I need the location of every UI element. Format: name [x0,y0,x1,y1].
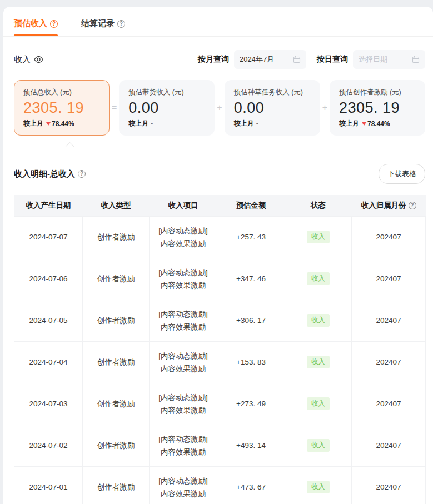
status-badge: 收入 [307,397,330,410]
cell-month: 202407 [352,466,426,504]
table-row: 2024-07-04 创作者激励 [内容动态激励] 内容效果激励 +153. 8… [14,341,426,383]
month-picker-input[interactable]: 2024年7月 [234,50,306,69]
help-icon[interactable]: ? [117,20,125,28]
cell-status: 收入 [285,216,352,258]
table-row: 2024-07-01 创作者激励 [内容动态激励] 内容效果激励 +473. 6… [14,466,426,504]
cell-amount: +493. 14 [217,425,285,466]
tab-bar: 预估收入 ? 结算记录 ? [14,7,425,36]
day-picker-input[interactable]: 选择日期 [353,50,425,69]
cell-project: [内容动态激励] 内容效果激励 [150,258,217,300]
card-total-income[interactable]: 预估总收入 (元) 2305. 19 较上月 78.44% [14,80,110,136]
col-header-type: 收入类型 [83,195,150,216]
cell-type: 创作者激励 [83,258,150,300]
help-icon[interactable]: ? [78,170,86,178]
cell-status: 收入 [285,341,352,383]
selected-card-caret [66,142,74,151]
help-icon[interactable]: ? [50,20,58,28]
card-value: 2305. 19 [23,99,100,117]
cell-project: [内容动态激励] 内容效果激励 [150,466,217,504]
down-triangle-icon [362,122,366,126]
cell-amount: +273. 49 [217,383,285,425]
income-title: 收入 [14,54,43,65]
cell-month: 202407 [352,425,426,466]
cell-date: 2024-07-06 [14,258,83,300]
cell-date: 2024-07-05 [14,300,83,341]
cards-divider [14,147,425,147]
col-header-status: 状态 [285,195,352,216]
cell-month: 202407 [352,216,426,258]
card-goods-income[interactable]: 预估带货收入 (元) 0.00 较上月 - [119,80,215,136]
tab-estimated-income-label: 预估收入 [14,18,47,29]
day-picker-placeholder: 选择日期 [359,54,387,64]
cell-type: 创作者激励 [83,425,150,466]
cell-status: 收入 [285,466,352,504]
eye-icon[interactable] [34,56,43,63]
cell-status: 收入 [285,383,352,425]
cell-status: 收入 [285,425,352,466]
tab-settlement-records[interactable]: 结算记录 ? [81,18,125,36]
main-panel: 预估收入 ? 结算记录 ? 收入 按月查询 2024年7月 [3,7,433,504]
card-label: 预估种草任务收入 (元) [234,88,311,97]
cell-amount: +257. 43 [217,216,285,258]
calendar-icon [412,56,420,63]
cell-month: 202407 [352,341,426,383]
card-label: 预估带货收入 (元) [128,88,205,97]
card-value: 0.00 [234,99,311,117]
month-query-label: 按月查询 [198,54,229,64]
cell-month: 202407 [352,258,426,300]
income-header-row: 收入 按月查询 2024年7月 [14,50,425,69]
download-table-button[interactable]: 下载表格 [379,164,425,184]
table-row: 2024-07-03 创作者激励 [内容动态激励] 内容效果激励 +273. 4… [14,383,426,425]
col-header-month: 收入归属月份 ? [352,195,426,216]
tab-divider [3,36,433,37]
summary-cards-row: 预估总收入 (元) 2305. 19 较上月 78.44% = 预估带货收入 (… [14,80,425,136]
table-row: 2024-07-05 创作者激励 [内容动态激励] 内容效果激励 +306. 1… [14,300,426,341]
cell-month: 202407 [352,383,426,425]
card-seeding-task-income[interactable]: 预估种草任务收入 (元) 0.00 较上月 - [225,80,320,136]
operator-plus: + [320,80,330,136]
card-compare: 较上月 - [234,119,311,128]
status-badge: 收入 [307,356,330,368]
cell-month: 202407 [352,300,426,341]
card-value: 2305. 19 [339,99,416,117]
cell-type: 创作者激励 [83,341,150,383]
card-compare: 较上月 78.44% [339,119,416,128]
table-row: 2024-07-07 创作者激励 [内容动态激励] 内容效果激励 +257. 4… [14,216,426,258]
cell-type: 创作者激励 [83,216,150,258]
cell-amount: +153. 83 [217,341,285,383]
status-badge: 收入 [307,439,330,452]
cell-status: 收入 [285,258,352,300]
status-badge: 收入 [307,314,330,327]
cell-date: 2024-07-04 [14,341,83,383]
operator-plus: + [215,80,224,136]
cell-date: 2024-07-01 [14,466,83,504]
help-icon[interactable]: ? [409,202,416,209]
cell-project: [内容动态激励] 内容效果激励 [150,216,217,258]
income-detail-table: 收入产生日期 收入类型 收入项目 预估金额 状态 收入归属月份 ? 2024-0… [14,195,426,504]
card-compare: 较上月 78.44% [23,119,100,128]
tab-settlement-records-label: 结算记录 [81,18,115,29]
cell-project: [内容动态激励] 内容效果激励 [150,300,217,341]
card-creator-incentive[interactable]: 预估创作者激励 (元) 2305. 19 较上月 78.44% [330,80,425,136]
card-value: 0.00 [128,99,205,117]
table-row: 2024-07-06 创作者激励 [内容动态激励] 内容效果激励 +347. 4… [14,258,426,300]
cell-date: 2024-07-02 [14,425,83,466]
col-header-date: 收入产生日期 [14,195,83,216]
col-header-amount: 预估金额 [217,195,285,216]
tab-estimated-income[interactable]: 预估收入 ? [14,18,58,36]
card-label: 预估创作者激励 (元) [339,88,416,97]
table-header-row: 收入产生日期 收入类型 收入项目 预估金额 状态 收入归属月份 ? [14,195,426,216]
card-label: 预估总收入 (元) [23,88,100,97]
cell-date: 2024-07-07 [14,216,83,258]
status-badge: 收入 [307,272,330,285]
day-query-label: 按日查询 [317,54,348,64]
detail-section-title: 收入明细-总收入 ? [14,169,86,179]
cell-project: [内容动态激励] 内容效果激励 [150,341,217,383]
date-filters: 按月查询 2024年7月 按日查询 选择日期 [192,50,425,69]
cell-type: 创作者激励 [83,383,150,425]
cell-project: [内容动态激励] 内容效果激励 [150,425,217,466]
cell-date: 2024-07-03 [14,383,83,425]
col-header-project: 收入项目 [150,195,217,216]
cell-type: 创作者激励 [83,300,150,341]
table-row: 2024-07-02 创作者激励 [内容动态激励] 内容效果激励 +493. 1… [14,425,426,466]
